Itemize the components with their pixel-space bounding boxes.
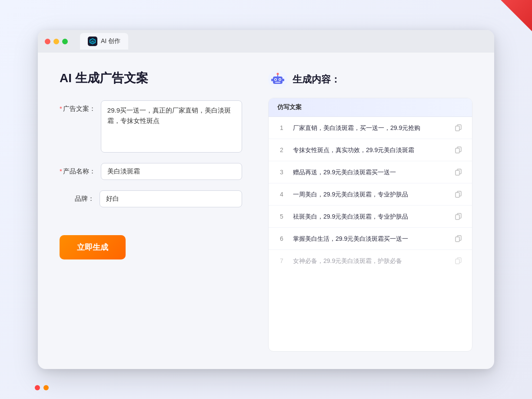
result-text: 女神必备，29.9元美白淡斑霜，护肤必备 [293, 256, 447, 266]
svg-point-9 [279, 79, 281, 80]
result-item: 5祛斑美白，29.9元美白淡斑霜，专业护肤品 [269, 206, 472, 228]
svg-rect-16 [456, 148, 459, 153]
svg-rect-24 [456, 237, 459, 242]
result-text: 厂家直销，美白淡斑霜，买一送一，29.9元抢购 [293, 123, 447, 133]
right-header: 生成内容： [268, 70, 472, 89]
right-panel: 生成内容： 仿写文案 1厂家直销，美白淡斑霜，买一送一，29.9元抢购 2专抹女… [268, 70, 472, 352]
result-text: 专抹女性斑点，真实功效，29.9元美白淡斑霜 [293, 146, 447, 155]
results-header: 仿写文案 [269, 98, 472, 117]
left-panel: AI 生成广告文案 *广告文案： *产品名称： 品牌： 立 [60, 70, 242, 352]
svg-rect-11 [271, 79, 273, 81]
svg-point-8 [275, 79, 276, 80]
product-name-row: *产品名称： [60, 163, 242, 180]
brand-label: 品牌： [60, 190, 94, 203]
svg-rect-20 [456, 193, 459, 197]
copy-button[interactable] [454, 256, 463, 266]
result-number: 3 [277, 169, 286, 176]
result-item: 2专抹女性斑点，真实功效，29.9元美白淡斑霜 [269, 139, 472, 161]
generate-button[interactable]: 立即生成 [60, 235, 126, 259]
right-title: 生成内容： [293, 73, 340, 86]
copy-button[interactable] [454, 190, 463, 199]
traffic-lights [45, 39, 68, 44]
result-number: 1 [277, 124, 286, 131]
result-text: 一周美白，29.9元美白淡斑霜，专业护肤品 [293, 190, 447, 199]
copy-button[interactable] [454, 212, 463, 221]
copy-button[interactable] [454, 167, 463, 177]
result-number: 6 [277, 235, 286, 242]
result-item: 4一周美白，29.9元美白淡斑霜，专业护肤品 [269, 183, 472, 206]
result-item: 7女神必备，29.9元美白淡斑霜，护肤必备 [269, 250, 472, 272]
copy-button[interactable] [454, 145, 463, 155]
svg-rect-12 [283, 79, 284, 81]
svg-rect-26 [456, 259, 459, 264]
brand-row: 品牌： [60, 190, 242, 207]
result-text: 赠品再送，29.9元美白淡斑霜买一送一 [293, 168, 447, 177]
svg-rect-22 [456, 215, 459, 219]
svg-rect-14 [456, 126, 459, 131]
results-list: 1厂家直销，美白淡斑霜，买一送一，29.9元抢购 2专抹女性斑点，真实功效，29… [269, 117, 472, 272]
close-button[interactable] [45, 39, 50, 44]
page-title: AI 生成广告文案 [60, 70, 242, 86]
main-content: AI 生成广告文案 *广告文案： *产品名称： 品牌： 立 [38, 53, 494, 369]
result-number: 7 [277, 257, 286, 264]
svg-point-5 [277, 73, 279, 75]
product-name-label: *产品名称： [60, 163, 96, 176]
product-name-input[interactable] [101, 163, 242, 180]
svg-rect-10 [275, 82, 280, 83]
ai-create-tab[interactable]: AI AI 创作 [80, 33, 128, 50]
result-text: 祛斑美白，29.9元美白淡斑霜，专业护肤品 [293, 212, 447, 221]
result-text: 掌握美白生活，29.9元美白淡斑霜买一送一 [293, 234, 447, 243]
result-number: 4 [277, 191, 286, 198]
product-required-star: * [60, 167, 62, 175]
copy-button[interactable] [454, 234, 463, 243]
brand-input[interactable] [100, 190, 242, 207]
ad-copy-required-star: * [60, 105, 62, 112]
result-number: 5 [277, 213, 286, 220]
results-container: 仿写文案 1厂家直销，美白淡斑霜，买一送一，29.9元抢购 2专抹女性斑点，真实… [268, 98, 472, 352]
result-item: 6掌握美白生活，29.9元美白淡斑霜买一送一 [269, 228, 472, 250]
tab-icon: AI [88, 37, 97, 46]
svg-text:AI: AI [91, 40, 94, 43]
result-number: 2 [277, 146, 286, 153]
ad-copy-label: *广告文案： [60, 100, 96, 113]
tab-label: AI 创作 [101, 37, 120, 45]
result-item: 1厂家直销，美白淡斑霜，买一送一，29.9元抢购 [269, 117, 472, 139]
result-item: 3赠品再送，29.9元美白淡斑霜买一送一 [269, 161, 472, 183]
minimize-button[interactable] [53, 39, 59, 44]
browser-window: AI AI 创作 AI 生成广告文案 *广告文案： *产品名称： [38, 30, 494, 369]
ad-copy-row: *广告文案： [60, 100, 242, 153]
svg-rect-18 [456, 170, 459, 175]
ad-copy-input[interactable] [101, 100, 242, 153]
robot-icon [268, 70, 287, 89]
copy-button[interactable] [454, 123, 463, 133]
maximize-button[interactable] [62, 39, 68, 44]
title-bar: AI AI 创作 [38, 30, 494, 53]
